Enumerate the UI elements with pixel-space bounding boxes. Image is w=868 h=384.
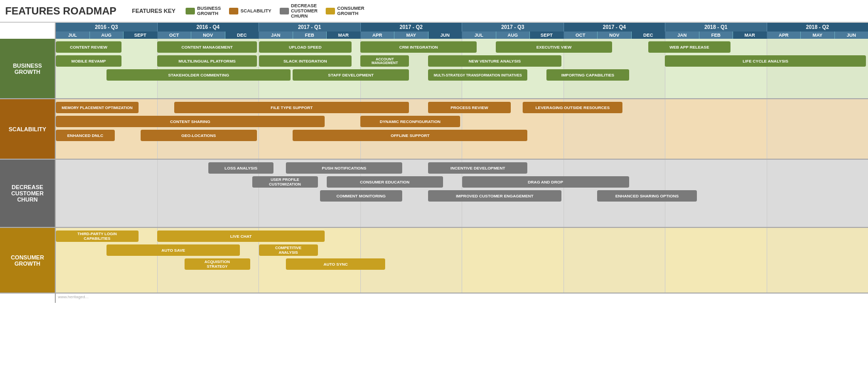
bar-multilingual: MULTILINGUAL PLATFORMS [157,55,256,67]
m-jan17: JAN [259,32,293,39]
q-2017-q3: 2017 - Q3 [462,23,564,32]
legend-label-decrease: DECREASECUSTOMERCHURN [291,3,317,19]
grid-decrease: LOSS ANALYSIS PUSH NOTIFICATIONS INCENTI… [56,160,868,227]
m-may18: MAY [801,32,835,39]
legend-box-scalability [229,8,238,14]
m-nov16: NOV [191,32,225,39]
legend-scalability: SCALABILITY [229,8,271,14]
m-oct17: OCT [564,32,598,39]
bar-auto-save: AUTO SAVE [106,244,240,256]
legend-consumer: CONSUMERGROWTH [326,6,364,16]
section-decrease: DECREASECUSTOMERCHURN LOSS ANALYSIS [0,160,868,228]
bar-slack: SLACK INTEGRATION [259,55,352,67]
watermark-spacer [0,294,56,303]
label-consumer: CONSUMERGROWTH [0,228,56,293]
timeline-grid: 2016 - Q3 2016 - Q4 2017 - Q1 2017 - Q2 … [0,23,868,303]
legend-label-consumer: CONSUMERGROWTH [337,6,364,16]
header: FEATURES ROADMAP FEATURES KEY BUSINESSGR… [0,0,868,23]
bar-user-profile: USER PROFILECUSTOMIZATION [252,176,318,188]
bar-acquisition: ACQUISITIONSTRATEGY [185,258,250,270]
legend: BUSINESSGROWTH SCALABILITY DECREASECUSTO… [186,3,364,19]
m-may17: MAY [394,32,429,39]
q-2016-q4: 2016 - Q4 [158,23,260,32]
m-jun18: JUN [835,32,869,39]
bar-incentive-dev: INCENTIVE DEVELOPMENT [428,162,527,174]
m-apr17: APR [361,32,395,39]
bar-process-review: PROCESS REVIEW [428,102,511,113]
legend-label-business: BUSINESSGROWTH [197,6,221,16]
bar-leveraging: LEVERAGING OUTSIDE RESOURCES [523,102,622,113]
legend-label-scalability: SCALABILITY [240,8,271,13]
m-feb18: FEB [699,32,734,39]
m-dec17: DEC [632,32,666,39]
bar-consumer-edu: CONSUMER EDUCATION [327,176,443,188]
label-decrease: DECREASECUSTOMERCHURN [0,160,56,227]
bar-executive-view: EXECUTIVE VIEW [496,41,612,53]
bar-auto-sync: AUTO SYNC [286,258,385,270]
bar-live-chat: LIVE CHAT [157,231,324,242]
m-dec16: DEC [225,32,260,39]
bar-loss-analysis: LOSS ANALYSIS [208,162,274,174]
bar-importing: IMPORTING CAPABILITIES [546,69,629,81]
month-corner [0,32,56,39]
bar-content-review: CONTENT REVIEW [56,41,121,53]
bar-improved-engagement: IMPROVED CUSTOMER ENGAGEMENT [428,190,561,202]
bar-content-management: CONTENT MANAGEMENT [157,41,256,53]
page-title: FEATURES ROADMAP [5,5,116,17]
bar-push-notif: PUSH NOTIFICATIONS [286,162,402,174]
bar-lifecycle: LIFE CYCLE ANALYSIS [665,55,866,67]
bar-mobile-revamp: MOBILE REVAMP [56,55,121,67]
m-jul16: JUL [56,32,90,39]
bar-third-party-login: THIRD-PARTY LOGINCAPABILITIES [56,231,139,242]
bar-drag-drop: DRAG AND DROP [462,176,629,188]
bar-offline-support: OFFLINE SUPPORT [293,130,527,141]
q-2018-q1: 2018 - Q1 [665,23,767,32]
m-jul17: JUL [462,32,496,39]
bar-enhanced-sharing: ENHANCED SHARING OPTIONS [597,190,696,202]
label-scalability: SCALABILITY [0,99,56,159]
roadmap-container: FEATURES ROADMAP FEATURES KEY BUSINESSGR… [0,0,868,384]
m-apr18: APR [767,32,801,39]
quarter-header-row: 2016 - Q3 2016 - Q4 2017 - Q1 2017 - Q2 … [0,23,868,32]
bar-enhanced-dnlc: ENHANCED DNLC [56,130,115,141]
grid-business: CONTENT REVIEW CONTENT MANAGEMENT UPLOAD… [56,39,868,98]
watermark-row: www.heritaged... [0,294,868,303]
label-business: BUSINESSGROWTH [0,39,56,98]
m-feb17: FEB [293,32,327,39]
m-mar18: MAR [733,32,767,39]
month-header-row: JUL AUG SEPT OCT NOV DEC JAN FEB MAR APR… [0,32,868,39]
legend-business: BUSINESSGROWTH [186,6,221,16]
bar-comment-mon: COMMENT MONITORING [320,190,403,202]
legend-decrease: DECREASECUSTOMERCHURN [280,3,317,19]
grid-consumer: THIRD-PARTY LOGINCAPABILITIES LIVE CHAT … [56,228,868,293]
m-oct16: OCT [158,32,192,39]
legend-box-business [186,8,195,14]
bar-new-venture: NEW VENTURE ANALYSIS [428,55,561,67]
section-business: BUSINESSGROWTH CONTENT [0,39,868,99]
m-jun17: JUN [429,32,463,39]
bar-memory-placement: MEMORY PLACEMENT OPTIMIZATION [56,102,139,113]
watermark: www.heritaged... [56,294,90,303]
section-consumer: CONSUMERGROWTH THIRD-PARTY LOGINCAPABILI… [0,228,868,294]
m-aug17: AUG [496,32,530,39]
bar-competitive: COMPETITIVEANALYSIS [259,244,318,256]
bar-upload-speed: UPLOAD SPEED [259,41,352,53]
bar-content-sharing: CONTENT SHARING [56,116,325,127]
bar-crm-integration: CRM INTEGRATION [360,41,477,53]
q-2017-q4: 2017 - Q4 [564,23,666,32]
bar-dynamic-reconfig: DYNAMIC RECONFIGURATION [360,116,460,127]
bar-stakeholder: STAKEHOLDER COMMENTING [106,69,291,81]
legend-box-consumer [326,8,335,14]
q-2018-q2: 2018 - Q2 [767,23,869,32]
features-key-label: FEATURES KEY [132,8,175,14]
q-2016-q3: 2016 - Q3 [56,23,158,32]
q-2017-q2: 2017 - Q2 [361,23,463,32]
legend-box-decrease [280,8,289,14]
bar-file-type: FILE TYPE SUPPORT [174,102,409,113]
bar-web-app-release: WEB APP RELEASE [648,41,731,53]
m-sep16: SEPT [124,32,158,39]
m-aug16: AUG [90,32,124,39]
m-nov17: NOV [598,32,632,39]
q-2017-q1: 2017 - Q1 [259,23,361,32]
section-scalability: SCALABILITY MEMORY PLACEMENT OPTIMIZATIO… [0,99,868,160]
